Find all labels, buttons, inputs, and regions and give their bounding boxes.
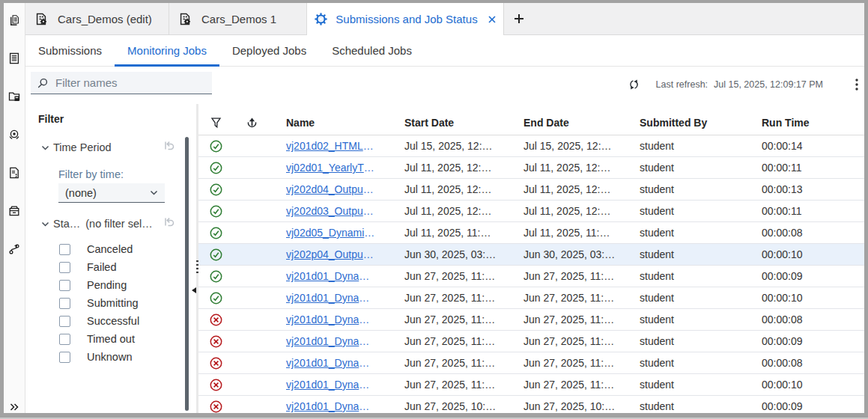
status-checkbox-row[interactable]: Pending <box>59 276 139 294</box>
status-checkbox-row[interactable]: Successful <box>59 312 139 330</box>
submitted-by-cell: student <box>624 374 746 396</box>
refresh-button[interactable] <box>628 79 640 91</box>
checkbox[interactable] <box>59 298 70 309</box>
job-row[interactable]: vj201d01_Dyna… Jun 27, 2025, 11:… Jun 27… <box>198 266 864 287</box>
job-row[interactable]: vj02d05_Dynami… Jul 11, 2025, 11:… Jul 1… <box>198 222 864 244</box>
checkbox[interactable] <box>59 244 70 255</box>
job-name-link[interactable]: vj201d01_Dyna… <box>286 270 369 282</box>
job-name-link[interactable]: vj02d05_Dynami… <box>286 227 374 239</box>
end-date-cell: Jul 11, 2025, 12:… <box>508 157 624 179</box>
job-name-link[interactable]: vj201d01_Dyna… <box>286 335 369 347</box>
status-checkbox-row[interactable]: Failed <box>59 258 139 276</box>
reset-time-filter-button[interactable] <box>163 140 174 153</box>
tab-scheduled-jobs[interactable]: Scheduled Jobs <box>319 35 425 66</box>
close-tab-icon[interactable] <box>488 16 496 23</box>
checkbox-label: Failed <box>87 261 117 273</box>
checkbox[interactable] <box>59 352 70 363</box>
status-section-header[interactable]: Sta… (no filter sel… <box>41 218 153 230</box>
tab-submissions-job-status[interactable]: Submissions and Job Status <box>307 3 504 35</box>
last-refresh: Last refresh:Jul 15, 2025, 12:09:17 PM <box>656 79 823 90</box>
splitter-grip-icon[interactable] <box>196 260 198 273</box>
start-date-cell: Jul 11, 2025, 11:… <box>389 222 508 244</box>
explorer-folder-icon[interactable] <box>4 90 25 128</box>
job-name-link[interactable]: vj201d01_Dyna… <box>286 314 369 325</box>
time-period-section-header[interactable]: Time Period <box>41 141 112 153</box>
checkbox[interactable] <box>59 334 70 345</box>
chevron-down-icon <box>41 144 49 152</box>
new-tab-button[interactable] <box>504 3 534 34</box>
job-name-link[interactable]: vj202d03_Outpu… <box>286 205 374 217</box>
status-checkbox-row[interactable]: Unknown <box>59 348 139 366</box>
gear-icon <box>315 13 327 25</box>
column-header-run-time[interactable]: Run Time <box>746 104 864 135</box>
column-header-submitted-by[interactable]: Submitted By <box>624 104 746 135</box>
job-row[interactable]: vj02d01_YearlyT… Jul 11, 2025, 12:… Jul … <box>198 157 864 179</box>
tab-cars-demos-1[interactable]: Cars_Demos 1 <box>169 3 307 34</box>
open-files-icon[interactable] <box>4 13 25 52</box>
success-status-icon <box>210 292 222 305</box>
panel-splitter[interactable] <box>196 104 198 413</box>
tab-monitoring-jobs[interactable]: Monitoring Jobs <box>115 35 219 66</box>
success-status-icon <box>210 248 222 261</box>
tab-cars-demos-edit[interactable]: Cars_Demos (edit) <box>25 3 169 34</box>
status-checkbox-row[interactable]: Canceled <box>59 240 139 258</box>
job-name-link[interactable]: vj201d01_Dyna… <box>286 379 369 391</box>
reset-filter-icon <box>163 140 174 151</box>
end-date-cell: Jun 27, 2025, 11:… <box>508 266 624 287</box>
job-name-link[interactable]: vj201d02_HTML… <box>286 140 374 152</box>
job-name-link[interactable]: vj201d01_Dyna… <box>286 400 369 412</box>
job-row[interactable]: vj201d01_Dyna… Jun 27, 2025, 11:… Jun 27… <box>198 287 864 309</box>
tab-deployed-jobs[interactable]: Deployed Jobs <box>219 35 319 66</box>
checkbox[interactable] <box>59 280 70 291</box>
rerun-column-header[interactable] <box>233 104 270 135</box>
more-options-button[interactable] <box>851 76 863 93</box>
job-row[interactable]: vj202p04_Outpu… Jun 30, 2025, 03:… Jun 3… <box>198 244 864 266</box>
job-name-link[interactable]: vj02d01_YearlyT… <box>286 162 374 174</box>
column-header-start-date[interactable]: Start Date <box>389 104 508 135</box>
job-row[interactable]: vj201d01_Dyna… Jun 27, 2025, 10:… Jun 27… <box>198 396 864 413</box>
git-branch-icon[interactable] <box>4 242 25 281</box>
tab-submissions[interactable]: Submissions <box>25 35 115 66</box>
job-row[interactable]: vj201d01_Dyna… Jun 27, 2025, 11:… Jun 27… <box>198 331 864 352</box>
failed-status-icon <box>210 314 222 326</box>
run-time-cell: 00:00:09 <box>746 331 864 352</box>
end-date-cell: Jun 27, 2025, 11:… <box>508 309 624 331</box>
status-checkbox-row[interactable]: Timed out <box>59 330 139 348</box>
libraries-icon[interactable] <box>4 204 25 242</box>
job-row[interactable]: vj202d04_Outpu… Jul 11, 2025, 12:… Jul 1… <box>198 179 864 201</box>
success-status-icon <box>210 162 222 174</box>
time-filter-select[interactable]: (none) <box>58 183 165 203</box>
expand-panel-icon[interactable] <box>4 401 25 413</box>
job-name-link[interactable]: vj201d01_Dyna… <box>286 357 369 369</box>
column-header-name[interactable]: Name <box>270 104 389 135</box>
checkbox[interactable] <box>59 262 70 273</box>
checkbox[interactable] <box>59 316 70 327</box>
run-time-cell: 00:00:10 <box>746 374 864 396</box>
filter-names-input[interactable] <box>48 76 206 89</box>
job-name-link[interactable]: vj202d04_Outpu… <box>286 183 374 195</box>
start-date-cell: Jul 11, 2025, 12:… <box>389 157 508 179</box>
job-row[interactable]: vj201d02_HTML… Jul 15, 2025, 12:… Jul 15… <box>198 135 864 157</box>
column-header-end-date[interactable]: End Date <box>508 104 624 135</box>
submitted-by-cell: student <box>624 396 746 413</box>
reset-filter-icon <box>163 216 174 227</box>
job-row[interactable]: vj202d03_Outpu… Jul 11, 2025, 12:… Jul 1… <box>198 201 864 222</box>
filter-panel-scrollbar[interactable] <box>185 137 189 411</box>
status-filter-column-header[interactable] <box>198 104 233 135</box>
job-row[interactable]: vj201d01_Dyna… Jun 27, 2025, 11:… Jun 27… <box>198 352 864 374</box>
job-name-link[interactable]: vj201d01_Dyna… <box>286 292 369 304</box>
job-row[interactable]: vj201d01_Dyna… Jun 27, 2025, 11:… Jun 27… <box>198 309 864 331</box>
success-status-icon <box>210 205 222 218</box>
visual-circle-icon[interactable] <box>4 128 25 166</box>
search-icon <box>37 78 48 88</box>
job-row[interactable]: vj201d01_Dyna… Jun 27, 2025, 11:… Jun 27… <box>198 374 864 396</box>
reset-status-filter-button[interactable] <box>163 216 174 230</box>
start-date-cell: Jun 27, 2025, 11:… <box>389 374 508 396</box>
program-list-icon[interactable] <box>4 52 25 90</box>
checkbox-label: Pending <box>87 279 127 291</box>
job-name-link[interactable]: vj202p04_Outpu… <box>286 248 374 260</box>
checkbox-label: Submitting <box>87 297 139 309</box>
code-snippet-icon[interactable] <box>4 166 25 204</box>
status-checkbox-row[interactable]: Submitting <box>59 294 139 312</box>
collapse-panel-icon[interactable] <box>192 287 196 293</box>
